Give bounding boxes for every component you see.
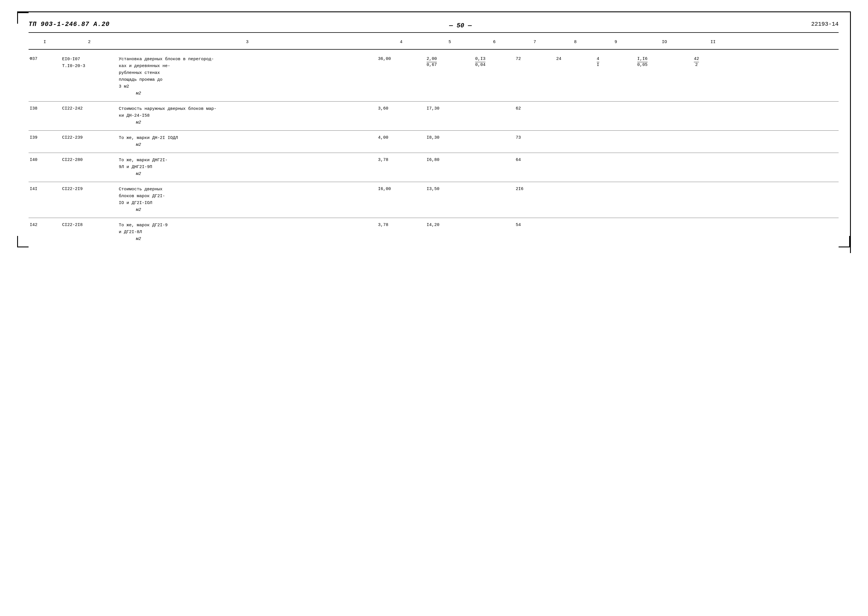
cell-i39-col7: 73 bbox=[515, 134, 555, 142]
col-header-1: I bbox=[28, 39, 61, 46]
title-right: 22193-14 bbox=[811, 21, 839, 29]
cell-row-f37-col8: 24 bbox=[555, 55, 595, 63]
header: ТП 903-1-246.87 А.20 — 50 — 22193-14 bbox=[28, 21, 839, 29]
cell-i40-col9 bbox=[595, 156, 636, 157]
cell-i39-col2: СI22-239 bbox=[61, 134, 118, 142]
row-separator-4 bbox=[28, 182, 839, 182]
cell-row-f37-col10: I,I6 0,05 bbox=[636, 55, 693, 69]
cell-i38-col4: 3,60 bbox=[377, 105, 425, 113]
cell-i38-col2: СI22-242 bbox=[61, 105, 118, 113]
cell-i41-col4: I6,00 bbox=[377, 185, 425, 193]
col-header-4: 4 bbox=[377, 39, 425, 46]
cell-i40-col7: 64 bbox=[515, 156, 555, 164]
cell-row-f37-col4: 36,00 bbox=[377, 55, 425, 63]
cell-i41-col5: I3,50 bbox=[425, 185, 474, 193]
cell-i41-col8 bbox=[555, 185, 595, 187]
cell-i38-col8 bbox=[555, 105, 595, 106]
cell-i42-col2: СI22-2I8 bbox=[61, 222, 118, 229]
cell-row-f37-col11: 42 2 bbox=[693, 55, 733, 69]
cell-i40-col4: 3,78 bbox=[377, 156, 425, 164]
cell-i42-col6 bbox=[474, 222, 515, 223]
table-row: Ф37 ЕI0-I07Т.I0-20-3 Установка дверных б… bbox=[28, 54, 839, 99]
cell-row-f37-col3: Установка дверных блоков в перегород-ках… bbox=[118, 55, 377, 97]
cell-i41-col6 bbox=[474, 185, 515, 187]
cell-i41-col3: Стоимость дверныхблоков марок ДГ2I-IO и … bbox=[118, 185, 377, 214]
cell-i39-col9 bbox=[595, 134, 636, 135]
cell-i42-col8 bbox=[555, 222, 595, 223]
cell-i38-col7: 62 bbox=[515, 105, 555, 113]
cell-i39-col4: 4,00 bbox=[377, 134, 425, 142]
cell-i40-col2: СI22-280 bbox=[61, 156, 118, 164]
row-separator-1 bbox=[28, 101, 839, 102]
cell-i42-col5: I4,20 bbox=[425, 222, 474, 229]
cell-i41-col7: 2I6 bbox=[515, 185, 555, 193]
cell-i38-unit: м2 bbox=[136, 120, 141, 125]
cell-i39-col8 bbox=[555, 134, 595, 135]
cell-i40-col3: То же, марки ДНГ2I-9Л и ДНГ2I-9П м2 bbox=[118, 156, 377, 178]
col-header-5: 5 bbox=[425, 39, 474, 46]
title-left: ТП 903-1-246.87 А.20 bbox=[28, 21, 110, 28]
cell-i39-col3: То же, марки ДН-2I IОДЛ м2 bbox=[118, 134, 377, 149]
row-separator-2 bbox=[28, 130, 839, 131]
page-container: ТП 903-1-246.87 А.20 — 50 — 22193-14 I 2… bbox=[17, 11, 851, 253]
cell-i39-col6 bbox=[474, 134, 515, 135]
cell-i38-col11 bbox=[693, 105, 733, 106]
cell-row-f37-col2: ЕI0-I07Т.I0-20-3 bbox=[61, 55, 118, 70]
cell-row-f37-col7: 72 bbox=[515, 55, 555, 63]
col-header-3: 3 bbox=[118, 39, 377, 46]
cell-i41-col10 bbox=[636, 185, 693, 187]
cell-i41-col2: СI22-2I9 bbox=[61, 185, 118, 193]
cell-i40-col5: I6,80 bbox=[425, 156, 474, 164]
cell-i38-col10 bbox=[636, 105, 693, 106]
col-header-7: 7 bbox=[515, 39, 555, 46]
cell-i41-col9 bbox=[595, 185, 636, 187]
header-divider-top bbox=[28, 32, 839, 33]
cell-i42-col1: I42 bbox=[28, 222, 61, 229]
table-row: I40 СI22-280 То же, марки ДНГ2I-9Л и ДНГ… bbox=[28, 155, 839, 179]
cell-row-f37-col1: Ф37 bbox=[28, 55, 61, 63]
cell-row-f37-col9: 4 I bbox=[595, 55, 636, 69]
cell-row-f37-col6: 0,I3 0,04 bbox=[474, 55, 515, 69]
cell-row-f37-col5: 2,00 0,67 bbox=[425, 55, 474, 69]
cell-i38-col6 bbox=[474, 105, 515, 106]
cell-i39-col5: I8,30 bbox=[425, 134, 474, 142]
cell-i39-unit: м2 bbox=[136, 142, 141, 147]
cell-i42-col7: 54 bbox=[515, 222, 555, 229]
cell-i38-col1: I38 bbox=[28, 105, 61, 113]
cell-i40-col10 bbox=[636, 156, 693, 157]
cell-row-f37-unit: м2 bbox=[136, 91, 141, 96]
cell-i41-col1: I4I bbox=[28, 185, 61, 193]
cell-i39-col1: I39 bbox=[28, 134, 61, 142]
table-row: I4I СI22-2I9 Стоимость дверныхблоков мар… bbox=[28, 184, 839, 215]
row-separator-3 bbox=[28, 152, 839, 153]
table-row: I39 СI22-239 То же, марки ДН-2I IОДЛ м2 … bbox=[28, 133, 839, 150]
cell-i42-unit: м2 bbox=[136, 237, 141, 241]
cell-i38-col9 bbox=[595, 105, 636, 106]
col-header-10: IO bbox=[636, 39, 693, 46]
cell-i42-col4: 3,78 bbox=[377, 222, 425, 229]
cell-i40-col1: I40 bbox=[28, 156, 61, 164]
cell-i38-col5: I7,30 bbox=[425, 105, 474, 113]
cell-i40-col8 bbox=[555, 156, 595, 157]
cell-i39-col10 bbox=[636, 134, 693, 135]
cell-i40-col11 bbox=[693, 156, 733, 157]
col-header-11: II bbox=[693, 39, 733, 46]
col-header-8: 8 bbox=[555, 39, 595, 46]
table-row: I38 СI22-242 Стоимость наружных дверных … bbox=[28, 104, 839, 128]
cell-i42-col10 bbox=[636, 222, 693, 223]
cell-i40-unit: м2 bbox=[136, 171, 141, 176]
col-header-9: 9 bbox=[595, 39, 636, 46]
cell-i42-col9 bbox=[595, 222, 636, 223]
col-header-6: 6 bbox=[474, 39, 515, 46]
cell-i41-unit: м2 bbox=[136, 207, 141, 212]
cell-i41-col11 bbox=[693, 185, 733, 187]
corner-bottom-left bbox=[17, 236, 28, 247]
table-row: I42 СI22-2I8 То же, марок ДГ2I-9и ДГ2I-8… bbox=[28, 220, 839, 245]
corner-bottom-right bbox=[839, 236, 850, 247]
title-center: — 50 — bbox=[449, 22, 472, 29]
doc-number: 22193-14 bbox=[811, 21, 839, 27]
corner-top-left bbox=[17, 12, 28, 24]
row-separator-5 bbox=[28, 218, 839, 218]
cell-i38-col3: Стоимость наружных дверных блоков мар-ки… bbox=[118, 105, 377, 127]
cell-i42-col3: То же, марок ДГ2I-9и ДГ2I-8Л м2 bbox=[118, 222, 377, 243]
